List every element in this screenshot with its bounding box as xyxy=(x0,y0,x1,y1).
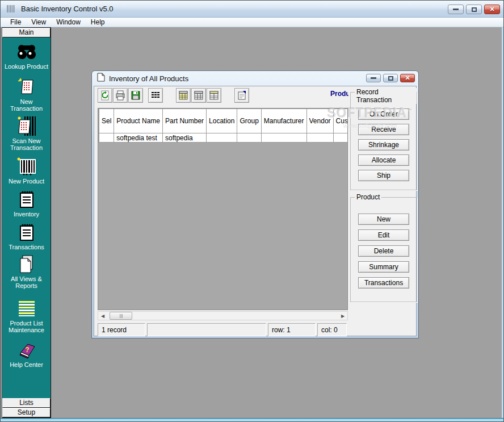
menu-view[interactable]: View xyxy=(26,18,51,27)
minimize-icon xyxy=(371,77,376,79)
close-button[interactable]: ✕ xyxy=(484,5,500,14)
save-floppy-icon xyxy=(131,90,141,101)
new-product-button[interactable]: New xyxy=(358,214,409,225)
window-frame-bottom xyxy=(1,418,504,422)
sidebar-item-label: New Transaction xyxy=(2,98,51,112)
shrinkage-button[interactable]: Shrinkage xyxy=(358,139,409,151)
app-window: Basic Inventory Control v5.0 ✕ File View… xyxy=(0,0,504,422)
minimize-icon xyxy=(453,9,459,10)
cell-product-name[interactable]: softpedia test xyxy=(114,133,163,143)
maximize-button[interactable] xyxy=(466,5,482,14)
product-list-icon xyxy=(16,299,37,318)
child-titlebar[interactable]: Inventory of All Products ✕ xyxy=(92,71,418,86)
binoculars-icon xyxy=(16,42,37,61)
column-header-part-number[interactable]: Part Number xyxy=(163,109,207,133)
sidebar-tab-lists[interactable]: Lists xyxy=(2,398,51,408)
sidebar-item-label: Lookup Product xyxy=(3,63,49,70)
grid-highlight-icon xyxy=(178,90,188,101)
transactions-button[interactable]: Transactions xyxy=(358,277,409,289)
cell-vendor[interactable] xyxy=(306,133,333,143)
child-maximize-button[interactable] xyxy=(383,74,398,82)
child-window-title: Inventory of All Products xyxy=(109,74,188,83)
sidebar-item-new-transaction[interactable]: New Transaction xyxy=(2,77,51,112)
table-row[interactable]: softpedia test softpedia xyxy=(99,133,348,143)
menu-file[interactable]: File xyxy=(5,18,26,27)
ship-button[interactable]: Ship xyxy=(358,170,409,181)
inventory-grid-area[interactable]: Sel Product Name Part Number Location Gr… xyxy=(98,108,348,310)
status-message xyxy=(147,323,266,336)
edit-product-button[interactable]: Edit xyxy=(358,229,409,241)
status-col-indicator: col: 0 xyxy=(317,323,347,336)
column-header-product-name[interactable]: Product Name xyxy=(114,109,163,133)
inventory-child-window: Inventory of All Products ✕ xyxy=(91,70,419,339)
column-view-button[interactable] xyxy=(148,88,163,103)
receive-button[interactable]: Receive xyxy=(358,124,409,135)
sidebar-item-product-list-maintenance[interactable]: Product List Maintenance xyxy=(2,299,51,333)
all-views-reports-icon xyxy=(16,254,37,274)
scroll-right-arrow[interactable]: ▶ xyxy=(338,312,347,320)
properties-icon xyxy=(237,90,247,101)
h-scrollbar[interactable]: ◀ ▶ xyxy=(98,311,348,320)
main-titlebar[interactable]: Basic Inventory Control v5.0 ✕ xyxy=(1,1,504,18)
status-row-indicator: row: 1 xyxy=(268,323,316,336)
menu-window[interactable]: Window xyxy=(51,18,86,27)
print-button[interactable] xyxy=(113,88,128,103)
child-statusbar: 1 record row: 1 col: 0 xyxy=(98,323,347,336)
table-header-row: Sel Product Name Part Number Location Gr… xyxy=(99,109,348,133)
child-toolbar xyxy=(98,88,250,103)
app-barcode-icon xyxy=(6,5,16,14)
cell-customer[interactable] xyxy=(333,133,348,143)
menu-help[interactable]: Help xyxy=(86,18,110,27)
on-order-button[interactable]: On Order xyxy=(358,108,409,120)
cell-group[interactable] xyxy=(237,133,261,143)
sidebar-item-inventory[interactable]: Inventory xyxy=(2,190,51,218)
sidebar-item-transactions[interactable]: Transactions xyxy=(2,223,51,250)
allocate-button[interactable]: Allocate xyxy=(358,154,409,166)
sidebar-tab-main[interactable]: Main xyxy=(2,28,51,37)
sidebar-item-scan-new-transaction[interactable]: Scan New Transaction xyxy=(2,116,51,151)
sidebar-item-all-views-reports[interactable]: All Views & Reports xyxy=(2,254,51,289)
column-header-vendor[interactable]: Vendor xyxy=(306,109,333,133)
grid-view-2-button[interactable] xyxy=(191,88,206,103)
column-header-group[interactable]: Group xyxy=(237,109,261,133)
sidebar-item-help-center[interactable]: ? Help Center xyxy=(2,340,51,368)
svg-text:?: ? xyxy=(25,346,29,354)
cell-manufacturer[interactable] xyxy=(261,133,306,143)
column-header-sel[interactable]: Sel xyxy=(99,109,114,133)
document-icon xyxy=(97,73,105,84)
refresh-icon xyxy=(100,90,110,101)
grid-highlight-view-button[interactable] xyxy=(176,88,191,103)
status-record-count: 1 record xyxy=(98,323,145,336)
sidebar-item-label: Scan New Transaction xyxy=(2,137,51,151)
columns-icon xyxy=(150,90,161,101)
cell-sel[interactable] xyxy=(99,133,114,143)
column-header-location[interactable]: Location xyxy=(207,109,237,133)
column-header-manufacturer[interactable]: Manufacturer xyxy=(261,109,306,133)
properties-button[interactable] xyxy=(234,88,249,103)
record-transaction-group: Record Transaction On Order Receive Shri… xyxy=(350,92,417,190)
grid-view-3-button[interactable] xyxy=(207,88,221,103)
sidebar-tab-setup[interactable]: Setup xyxy=(2,408,51,417)
summary-button[interactable]: Summary xyxy=(358,261,409,273)
scrollbar-thumb[interactable] xyxy=(110,312,132,320)
cell-part-number[interactable]: softpedia xyxy=(163,133,207,143)
group-title: Record Transaction xyxy=(355,88,417,104)
minimize-button[interactable] xyxy=(448,5,464,14)
child-minimize-button[interactable] xyxy=(366,74,381,82)
scroll-left-arrow[interactable]: ◀ xyxy=(98,312,107,320)
inventory-notepad-icon xyxy=(16,190,37,209)
sidebar-item-lookup-product[interactable]: Lookup Product xyxy=(2,42,51,70)
delete-product-button[interactable]: Delete xyxy=(358,245,409,257)
sidebar-item-label: Product List Maintenance xyxy=(2,320,51,333)
refresh-button[interactable] xyxy=(98,88,112,103)
save-button[interactable] xyxy=(128,88,143,103)
grid-icon xyxy=(209,90,219,101)
cell-location[interactable] xyxy=(207,133,237,143)
child-close-button[interactable]: ✕ xyxy=(400,74,415,82)
sidebar-item-new-product[interactable]: New Product xyxy=(2,157,51,185)
inventory-table: Sel Product Name Part Number Location Gr… xyxy=(98,108,348,143)
sidebar-item-label: All Views & Reports xyxy=(2,275,51,289)
window-frame-right xyxy=(502,27,503,418)
column-header-customer[interactable]: Custom xyxy=(333,109,348,133)
sidebar-item-label: New Product xyxy=(7,178,45,185)
